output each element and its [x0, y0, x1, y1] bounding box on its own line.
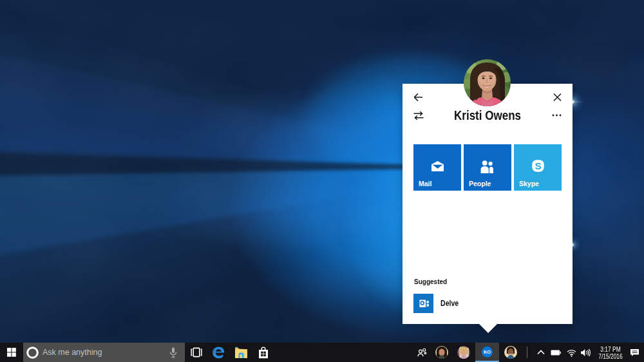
svg-text:S: S [535, 160, 541, 171]
